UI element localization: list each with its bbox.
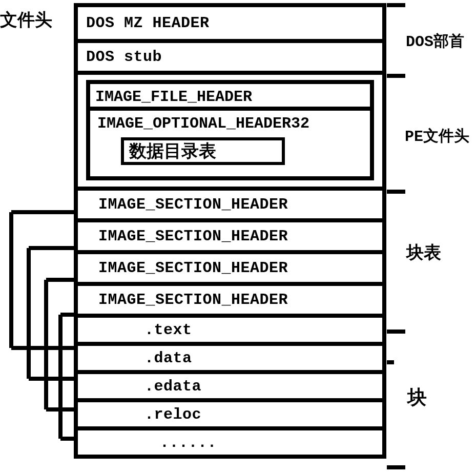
pe-file-structure-diagram: DOS MZ HEADER DOS stub IMAGE_FILE_HEADER… (0, 0, 476, 473)
label-dos-head: DOS部首 (406, 31, 464, 52)
data-directory-box: 数据目录表 (121, 137, 285, 165)
label-section-header-1: IMAGE_SECTION_HEADER (98, 228, 288, 245)
row-section-reloc: .reloc (78, 398, 382, 426)
label-section-header-2: IMAGE_SECTION_HEADER (98, 259, 288, 277)
row-dos-mz-header: DOS MZ HEADER (78, 7, 382, 39)
tick (387, 360, 394, 364)
row-section-header-0: IMAGE_SECTION_HEADER (78, 187, 382, 218)
row-section-header-3: IMAGE_SECTION_HEADER (78, 282, 382, 314)
pe-structure-table: DOS MZ HEADER DOS stub IMAGE_FILE_HEADER… (74, 3, 386, 459)
tick (387, 74, 405, 78)
row-pe-file-header: IMAGE_FILE_HEADER IMAGE_OPTIONAL_HEADER3… (78, 71, 382, 187)
label-section-table: 块表 (406, 241, 441, 264)
tick (387, 190, 405, 194)
pe-inner-box: IMAGE_FILE_HEADER IMAGE_OPTIONAL_HEADER3… (86, 80, 374, 180)
label-image-optional-header: IMAGE_OPTIONAL_HEADER32 (97, 115, 309, 132)
row-section-header-2: IMAGE_SECTION_HEADER (78, 250, 382, 282)
row-section-data: .data (78, 342, 382, 370)
label-file-header: 文件头 (0, 8, 52, 32)
tick (387, 330, 405, 334)
tick (387, 465, 405, 469)
tick (387, 3, 405, 7)
row-section-edata: .edata (78, 370, 382, 398)
label-section-edata: .edata (144, 378, 201, 395)
label-section-header-0: IMAGE_SECTION_HEADER (98, 196, 288, 213)
row-section-text: .text (78, 314, 382, 342)
row-section-more: ...... (78, 426, 382, 455)
label-pe-head: PE文件头 (405, 126, 469, 147)
row-image-optional-header: IMAGE_OPTIONAL_HEADER32 数据目录表 (90, 107, 370, 165)
label-dos-mz: DOS MZ HEADER (86, 14, 210, 32)
row-dos-stub: DOS stub (78, 39, 382, 71)
label-section-more: ...... (160, 434, 217, 451)
label-data-dir: 数据目录表 (129, 139, 216, 163)
label-section-reloc: .reloc (144, 406, 201, 423)
label-sections: 块 (407, 384, 427, 410)
row-section-header-1: IMAGE_SECTION_HEADER (78, 218, 382, 250)
label-section-header-3: IMAGE_SECTION_HEADER (98, 291, 288, 309)
label-dos-stub: DOS stub (86, 48, 162, 66)
row-image-file-header: IMAGE_FILE_HEADER (90, 84, 370, 107)
label-image-file-header: IMAGE_FILE_HEADER (95, 88, 252, 106)
label-section-text: .text (144, 321, 192, 339)
label-section-data: .data (144, 349, 192, 367)
